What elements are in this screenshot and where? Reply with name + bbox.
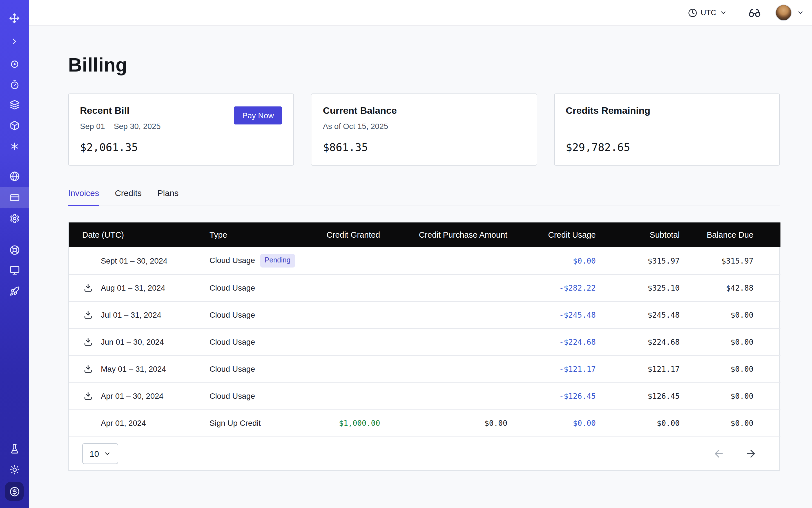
balance-due-value: $315.97 bbox=[680, 247, 780, 274]
balance-due-value: $0.00 bbox=[680, 355, 780, 382]
pay-now-button[interactable]: Pay Now bbox=[234, 107, 283, 124]
topbar: UTC bbox=[29, 0, 812, 26]
sidebar-item-billing[interactable] bbox=[0, 187, 29, 208]
download-invoice-button[interactable] bbox=[83, 283, 93, 293]
radar-icon bbox=[9, 59, 19, 69]
sidebar-item-labs[interactable] bbox=[0, 438, 29, 459]
account-menu-button[interactable] bbox=[797, 9, 804, 16]
arrow-right-icon bbox=[745, 448, 757, 459]
table-footer: 10 bbox=[69, 437, 779, 470]
download-icon bbox=[83, 310, 93, 320]
col-balance-due: Balance Due bbox=[680, 222, 780, 247]
balance-due-value: $0.00 bbox=[680, 410, 780, 436]
invoice-row: Apr 01, 2024 Sign Up Credit $1,000.00 $0… bbox=[69, 410, 780, 436]
sidebar-item-settings[interactable] bbox=[0, 208, 29, 229]
download-icon bbox=[83, 337, 93, 347]
download-icon bbox=[83, 391, 93, 401]
invoice-row: Jun 01 – 30, 2024 Cloud Usage -$224.68 $… bbox=[69, 328, 780, 355]
download-invoice-button[interactable] bbox=[83, 391, 93, 401]
invoices-table-container: Date (UTC) Type Credit Granted Credit Pu… bbox=[68, 222, 780, 471]
tab-invoices[interactable]: Invoices bbox=[68, 188, 99, 206]
subtotal-value: $0.00 bbox=[596, 410, 680, 436]
credit-granted-value bbox=[300, 382, 380, 410]
download-icon bbox=[83, 364, 93, 374]
billing-tabs: Invoices Credits Plans bbox=[68, 188, 780, 206]
chevron-down-icon bbox=[103, 450, 111, 457]
credit-usage-value: -$126.45 bbox=[507, 382, 596, 410]
sidebar-item-cube[interactable] bbox=[0, 115, 29, 136]
invoice-row: Sept 01 – 30, 2024 Cloud UsagePending $0… bbox=[69, 247, 780, 274]
pagination bbox=[713, 448, 757, 459]
tab-plans[interactable]: Plans bbox=[157, 188, 178, 206]
app-logo[interactable] bbox=[0, 8, 29, 29]
theme-toggle[interactable] bbox=[0, 459, 29, 480]
credit-granted-value bbox=[300, 328, 380, 355]
invoice-row: Jul 01 – 31, 2024 Cloud Usage -$245.48 $… bbox=[69, 301, 780, 328]
credits-remaining-card: Credits Remaining $29,782.65 bbox=[554, 93, 780, 166]
credit-usage-value: -$224.68 bbox=[507, 328, 596, 355]
sidebar-item-layers[interactable] bbox=[0, 94, 29, 115]
next-page-button[interactable] bbox=[745, 448, 757, 459]
sidebar-item-timer[interactable] bbox=[0, 74, 29, 95]
monitor-icon bbox=[9, 265, 19, 275]
current-balance-card: Current Balance As of Oct 15, 2025 $861.… bbox=[311, 93, 537, 166]
credit-granted-value bbox=[300, 274, 380, 301]
timezone-selector[interactable]: UTC bbox=[688, 8, 727, 17]
balance-due-value: $0.00 bbox=[680, 328, 780, 355]
sun-icon bbox=[9, 464, 19, 474]
dollar-coin-icon bbox=[9, 486, 19, 497]
page-title: Billing bbox=[68, 53, 812, 77]
sidebar-expand[interactable] bbox=[0, 31, 29, 52]
col-date: Date (UTC) bbox=[69, 222, 210, 247]
credit-usage-value: -$245.48 bbox=[507, 301, 596, 328]
tab-credits[interactable]: Credits bbox=[115, 188, 142, 206]
invoice-type: Cloud Usage bbox=[210, 337, 255, 346]
credit-purchase-value bbox=[380, 355, 507, 382]
credit-purchase-value bbox=[380, 274, 507, 301]
invoice-period: Jun 01 – 30, 2024 bbox=[101, 337, 164, 346]
rocket-icon bbox=[9, 286, 19, 296]
previous-page-button[interactable] bbox=[713, 448, 725, 459]
sidebar-item-radar[interactable] bbox=[0, 53, 29, 74]
asterisk-icon bbox=[9, 141, 19, 151]
credit-usage-value: $0.00 bbox=[507, 247, 596, 274]
credit-card-icon bbox=[9, 192, 19, 203]
view-mode-button[interactable] bbox=[749, 6, 761, 19]
sidebar bbox=[0, 0, 29, 508]
chevron-down-icon bbox=[797, 9, 804, 16]
invoice-type: Cloud Usage bbox=[210, 391, 255, 400]
main-area: UTC Billing Recent Bill Sep 01 – Sep 30,… bbox=[29, 0, 812, 508]
flask-icon bbox=[9, 443, 19, 454]
invoice-row: Apr 01 – 30, 2024 Cloud Usage -$126.45 $… bbox=[69, 382, 780, 410]
col-credit-purchase: Credit Purchase Amount bbox=[380, 222, 507, 247]
balance-due-value: $0.00 bbox=[680, 382, 780, 410]
sidebar-item-credits[interactable] bbox=[0, 481, 29, 502]
coin-badge bbox=[5, 482, 24, 501]
download-invoice-button[interactable] bbox=[83, 310, 93, 320]
user-avatar[interactable] bbox=[775, 4, 792, 21]
sidebar-item-console[interactable] bbox=[0, 260, 29, 281]
invoice-row: Aug 01 – 31, 2024 Cloud Usage -$282.22 $… bbox=[69, 274, 780, 301]
sidebar-item-asterisk[interactable] bbox=[0, 136, 29, 157]
recent-bill-card: Recent Bill Sep 01 – Sep 30, 2025 $2,061… bbox=[68, 93, 294, 166]
arrow-left-icon bbox=[713, 448, 725, 459]
sidebar-item-globe[interactable] bbox=[0, 166, 29, 186]
credits-remaining-amount: $29,782.65 bbox=[566, 140, 768, 154]
app-window: UTC Billing Recent Bill Sep 01 – Sep 30,… bbox=[0, 0, 812, 508]
lifebuoy-icon bbox=[9, 245, 19, 255]
balance-due-value: $42.88 bbox=[680, 274, 780, 301]
cube-icon bbox=[9, 120, 19, 130]
credit-granted-value bbox=[300, 247, 380, 274]
invoice-type: Cloud Usage bbox=[210, 283, 255, 292]
sidebar-item-support[interactable] bbox=[0, 239, 29, 260]
page-size-select[interactable]: 10 bbox=[82, 443, 118, 464]
invoice-type: Cloud Usage bbox=[210, 365, 255, 373]
invoice-period: Aug 01 – 31, 2024 bbox=[101, 283, 165, 292]
credit-usage-value: -$282.22 bbox=[507, 274, 596, 301]
sidebar-item-launch[interactable] bbox=[0, 281, 29, 301]
download-invoice-button[interactable] bbox=[83, 364, 93, 374]
glasses-icon bbox=[749, 6, 761, 19]
globe-icon bbox=[9, 171, 19, 181]
subtotal-value: $121.17 bbox=[596, 355, 680, 382]
download-invoice-button[interactable] bbox=[83, 337, 93, 347]
